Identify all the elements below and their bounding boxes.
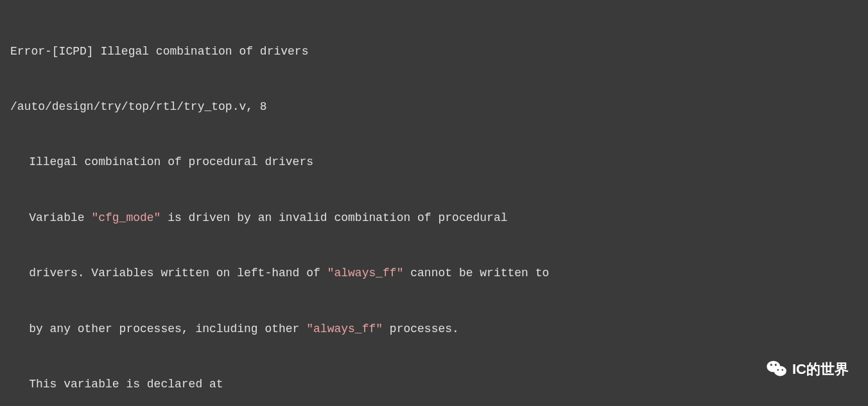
text-segment: cannot be written to bbox=[403, 267, 549, 279]
text-segment: Variable bbox=[29, 211, 91, 224]
watermark: IC的世界 bbox=[767, 358, 849, 380]
variable-name: "cfg_mode" bbox=[91, 211, 161, 224]
error-message-4: by any other processes, including other … bbox=[10, 320, 858, 339]
error-file-line: /auto/design/try/top/rtl/try_top.v, 8 bbox=[10, 98, 858, 116]
keyword-always-ff: "always_ff" bbox=[327, 267, 404, 279]
text-segment: processes. bbox=[383, 322, 459, 335]
svg-point-3 bbox=[775, 364, 777, 366]
watermark-text: IC的世界 bbox=[792, 358, 849, 380]
svg-point-1 bbox=[774, 366, 786, 376]
error-message-5: This variable is declared at bbox=[10, 375, 858, 394]
text-segment: drivers. Variables written on left-hand … bbox=[29, 267, 327, 279]
wechat-icon bbox=[767, 360, 787, 378]
svg-point-4 bbox=[777, 369, 779, 371]
keyword-always-ff: "always_ff" bbox=[306, 322, 383, 335]
terminal-output: Error-[ICPD] Illegal combination of driv… bbox=[10, 5, 858, 406]
svg-point-5 bbox=[781, 369, 783, 371]
svg-point-2 bbox=[770, 364, 772, 366]
error-message-3: drivers. Variables written on left-hand … bbox=[10, 264, 858, 283]
error-message-1: Illegal combination of procedural driver… bbox=[10, 153, 858, 172]
text-segment: is driven by an invalid combination of p… bbox=[161, 211, 507, 224]
error-header: Error-[ICPD] Illegal combination of driv… bbox=[10, 42, 858, 61]
error-message-2: Variable "cfg_mode" is driven by an inva… bbox=[10, 209, 858, 227]
text-segment: by any other processes, including other bbox=[29, 322, 306, 335]
